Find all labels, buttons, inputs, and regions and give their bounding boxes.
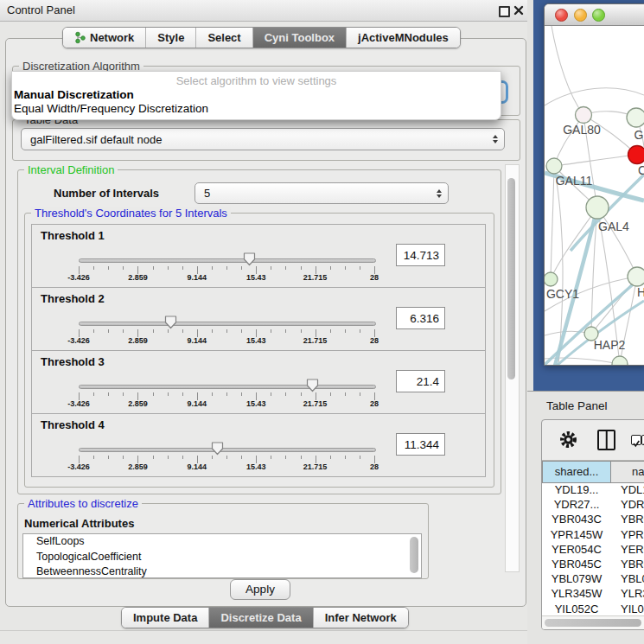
table-cell[interactable]: YLR34 <box>611 587 644 602</box>
apply-button[interactable]: Apply <box>230 579 290 600</box>
table-row[interactable]: YBR043CYBR04 <box>542 513 644 527</box>
table-hscrollbar[interactable] <box>542 615 644 629</box>
threshold-list: Threshold 1-3.4262.8599.14415.4321.71528… <box>31 225 486 477</box>
control-panel-titlebar: Control Panel <box>0 0 527 22</box>
column-header-name[interactable]: name <box>611 461 644 483</box>
network-view-window: GAL80G.CGAL11GAL4GCY1HHAP2 <box>544 3 644 366</box>
table-cell[interactable]: YBR045C <box>542 558 611 572</box>
network-node[interactable] <box>628 146 644 164</box>
gear-icon[interactable] <box>559 430 577 449</box>
minimize-traffic-light-icon[interactable] <box>574 9 587 22</box>
table-cell[interactable]: YBL079W <box>542 572 611 587</box>
tab-label: Style <box>157 31 184 44</box>
network-node[interactable] <box>627 108 644 127</box>
table-panel-title: Table Panel <box>546 399 608 412</box>
network-node[interactable] <box>628 267 644 286</box>
tab-select[interactable]: Select <box>196 28 252 48</box>
slider-tick-labels: -3.4262.8599.14415.4321.71528 <box>79 399 374 409</box>
threshold-label: Threshold 3 <box>41 355 105 368</box>
threshold-value-field[interactable]: 11.344 <box>396 433 445 456</box>
dropdown-item[interactable]: Equal Width/Frequency Discretization <box>14 102 208 115</box>
slider-tick-labels: -3.4262.8599.14415.4321.71528 <box>79 336 374 346</box>
tab-network[interactable]: Network <box>63 28 146 48</box>
close-traffic-light-icon[interactable] <box>555 9 568 22</box>
table-row[interactable]: YPR145WYPR14 <box>542 528 644 543</box>
network-node[interactable] <box>612 356 628 365</box>
threshold-value-field[interactable]: 14.713 <box>396 244 445 266</box>
bottom-tab-infer-network[interactable]: Infer Network <box>314 608 408 628</box>
table-cell[interactable]: YBR04 <box>611 558 644 572</box>
network-node[interactable] <box>576 107 592 124</box>
table-hscrollbar-thumb[interactable] <box>545 619 641 627</box>
checkbox-checked-icon[interactable] <box>631 435 641 445</box>
threshold-value-field[interactable]: 21.4 <box>396 370 445 392</box>
table-row[interactable]: YBR045CYBR04 <box>542 558 644 572</box>
table-row[interactable]: YLR345WYLR34 <box>542 587 644 602</box>
table-row[interactable]: YDL19...YDL19 <box>542 483 644 498</box>
network-node[interactable] <box>545 272 558 286</box>
numerical-attributes-label: Numerical Attributes <box>24 517 134 530</box>
tab-jactivemnodules[interactable]: jActiveMNodules <box>347 28 460 48</box>
close-icon[interactable] <box>513 5 524 16</box>
table-cell[interactable]: YPR145W <box>542 528 611 543</box>
tab-label: Select <box>207 31 240 44</box>
slider-track[interactable] <box>79 448 376 452</box>
slider-thumb[interactable] <box>243 252 256 270</box>
network-node[interactable] <box>586 196 609 219</box>
table-cell[interactable]: YLR345W <box>542 587 611 602</box>
attributes-group-title: Attributes to discretize <box>24 497 142 510</box>
attribute-item[interactable]: BetweennessCentrality <box>23 564 421 578</box>
table-cell[interactable]: YDL19... <box>542 483 611 498</box>
threshold-value-field[interactable]: 6.316 <box>396 307 445 329</box>
network-node[interactable] <box>546 158 562 174</box>
table-cell[interactable]: YDR27... <box>542 498 611 513</box>
table-cell[interactable]: YER05 <box>611 543 644 558</box>
dropdown-item[interactable]: Manual Discretization <box>14 88 134 101</box>
tab-style[interactable]: Style <box>146 28 196 48</box>
numerical-attributes-list[interactable]: SelfLoopsTopologicalCoefficientBetweenne… <box>22 533 422 578</box>
attribute-item[interactable]: SelfLoops <box>23 534 421 550</box>
num-intervals-combobox[interactable]: 5 <box>194 182 449 204</box>
bottom-tab-discretize-data[interactable]: Discretize Data <box>209 608 313 628</box>
slider-track[interactable] <box>79 258 376 263</box>
slider-thumb[interactable] <box>164 315 177 333</box>
attribute-item[interactable]: TopologicalCoefficient <box>23 550 421 565</box>
table-cell[interactable]: YBR043C <box>542 513 611 527</box>
panel-scrollbar-thumb[interactable] <box>507 178 515 379</box>
panel-title: Control Panel <box>7 3 75 16</box>
top-tab-bar: NetworkStyleSelectCyni ToolboxjActiveMNo… <box>62 27 461 48</box>
table-cell[interactable]: YBR04 <box>611 513 644 527</box>
bottom-divider <box>0 630 527 631</box>
network-icon <box>74 31 86 44</box>
slider-track[interactable] <box>79 385 376 389</box>
table-cell[interactable]: YPR14 <box>611 528 644 543</box>
table-row[interactable]: YBL079WYBL07 <box>542 572 644 587</box>
float-window-icon[interactable] <box>499 6 510 17</box>
table-rows: YDL19...YDL19YDR27...YDR27YBR043CYBR04YP… <box>542 483 644 617</box>
table-row[interactable]: YER054CYER05 <box>542 543 644 558</box>
table-cell[interactable]: YBL07 <box>611 572 644 587</box>
slider-track[interactable] <box>79 322 376 326</box>
table-cell[interactable]: YER054C <box>542 543 611 558</box>
table-data-combobox[interactable]: galFiltered.sif default node <box>21 128 505 150</box>
panel-scrollbar[interactable] <box>505 164 520 572</box>
bottom-tab-label: Discretize Data <box>220 611 301 624</box>
thresholds-group-title: Threshold's Coordinates for 5 Intervals <box>31 207 231 220</box>
slider-thumb[interactable] <box>306 378 319 396</box>
num-intervals-value: 5 <box>204 187 210 200</box>
threshold-panel: Threshold 3-3.4262.8599.14415.4321.71528… <box>31 350 486 414</box>
bottom-tab-impute-data[interactable]: Impute Data <box>122 608 209 628</box>
table-row[interactable]: YDR27...YDR27 <box>542 498 644 513</box>
table-cell[interactable]: YDL19 <box>611 483 644 498</box>
slider-thumb[interactable] <box>211 441 224 459</box>
network-canvas[interactable]: GAL80G.CGAL11GAL4GCY1HHAP2 <box>545 26 644 365</box>
column-header-shared[interactable]: shared... <box>542 461 611 483</box>
threshold-panel: Threshold 1-3.4262.8599.14415.4321.71528… <box>31 224 486 288</box>
zoom-traffic-light-icon[interactable] <box>592 9 605 22</box>
split-columns-icon[interactable] <box>597 430 615 450</box>
network-window-titlebar[interactable] <box>545 4 644 26</box>
tab-cyni-toolbox[interactable]: Cyni Toolbox <box>253 28 347 48</box>
table-cell[interactable]: YDR27 <box>611 498 644 513</box>
list-scrollbar-thumb[interactable] <box>410 537 418 573</box>
node-label: G. <box>634 128 644 142</box>
